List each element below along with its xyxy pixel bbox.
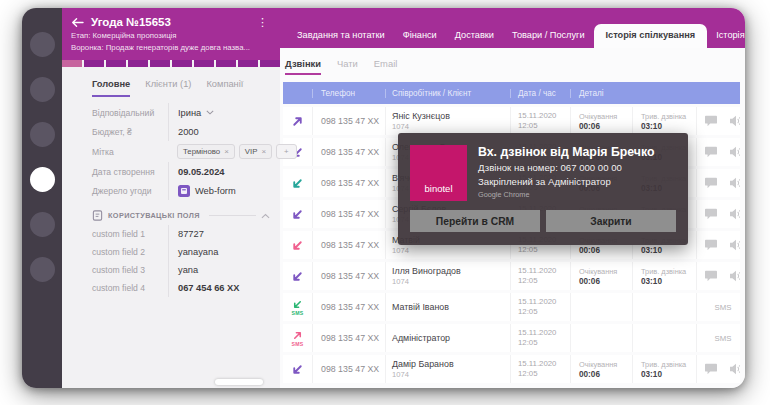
custom-field-label: custom field 2 [92,247,168,257]
custom-fields-section-header[interactable]: КОРИСТУВАЦЬКІ ПОЛЯ [92,210,270,221]
speaker-icon[interactable] [729,363,741,375]
call-notification: binotel Вх. дзвінок від Марія Бречко Дзв… [398,133,688,245]
go-to-crm-button[interactable]: Перейти в CRM [410,210,540,232]
custom-fields-title: КОРИСТУВАЦЬКІ ПОЛЯ [108,211,200,220]
close-notification-button[interactable]: Закрити [546,210,676,232]
kebab-menu-icon[interactable]: ⋮ [255,17,270,27]
custom-field-label: custom field 4 [92,283,168,293]
phone-number: 098 135 47 XX [312,355,385,383]
contact-name: Ілля Виноградов [392,266,510,276]
comment-icon[interactable] [704,239,718,251]
speaker-icon[interactable] [729,115,741,127]
budget-field[interactable]: 2000 [178,127,199,137]
tab-history[interactable]: Історія [707,24,745,48]
phone-number: 098 135 47 XX [312,138,385,166]
outgoing-sms-icon: SMS [292,330,304,347]
col-person: Співробітник / Клієнт [385,89,510,98]
tab-companies[interactable]: Компанії [206,79,243,97]
created-label: Дата створення [92,167,168,177]
table-header: Телефон Співробітник / Клієнт Дата / час… [283,82,740,104]
custom-field-value[interactable]: yanayana [178,247,218,257]
contact-name: Матвій Іванов [392,302,510,312]
phone-number: 098 135 47 XX [312,231,385,259]
rail-item-1[interactable] [30,32,55,57]
speaker-icon[interactable] [729,239,741,251]
custom-field-value[interactable]: 87727 [178,229,204,239]
notification-title: Вх. дзвінок від Марія Бречко [478,145,654,160]
incoming-call-icon [291,177,304,190]
speaker-icon[interactable] [729,146,741,158]
incoming-call-icon [291,363,304,376]
deal-title: Угода №15653 [91,16,248,28]
rail-item-6[interactable] [30,257,55,282]
remove-tag-icon[interactable]: × [224,147,229,156]
comment-icon[interactable] [704,177,718,189]
tab-deliveries[interactable]: Доставки [446,24,503,48]
rail-item-3[interactable] [30,122,55,147]
deal-tabs: Головне Клієнти (1) Компанії [62,67,280,97]
comment-icon[interactable] [704,208,718,220]
notification-number: Дзвінок на номер: 067 000 00 00 [478,162,654,174]
remove-tag-icon[interactable]: × [261,147,266,156]
custom-field-value[interactable]: yana [178,265,198,275]
stage-progress-bar[interactable] [62,60,280,67]
custom-field-label: custom field 1 [92,229,168,239]
main-tabbar: Завдання та нотатки Фінанси Доставки Тов… [280,8,745,48]
tab-tasks-notes[interactable]: Завдання та нотатки [288,24,394,48]
incoming-sms-icon: SMS [292,299,304,316]
budget-label: Бюджет, ₴ [92,127,168,137]
rail-item-5[interactable] [30,212,55,237]
horizontal-scrollbar[interactable] [215,379,263,385]
binotel-logo: binotel [410,145,467,201]
tag-chip[interactable]: VIP× [239,144,272,159]
phone-number: 098 135 47 XX [312,324,385,352]
back-icon[interactable] [71,17,84,28]
speaker-icon[interactable] [729,208,741,220]
chevron-down-icon [206,110,214,115]
communication-subtabs: Дзвінки Чати Email [280,48,745,75]
deal-header: Угода №15653 ⋮ Етап: Комерційна пропозиц… [62,8,280,60]
tab-finance[interactable]: Фінанси [394,24,446,48]
comment-icon[interactable] [704,270,718,282]
add-tag-button[interactable]: + [276,144,297,159]
call-row[interactable]: 098 135 47 XX Дамір Баранов1074 15.11.20… [283,355,740,383]
phone-number: 098 135 47 XX [312,262,385,290]
comment-icon[interactable] [704,363,718,375]
custom-field-value[interactable]: 067 454 66 XX [178,283,240,293]
phone-number: 098 135 47 XX [312,200,385,228]
sms-label: SMS [715,303,732,312]
incoming-call-icon [291,208,304,221]
phone-number: 098 135 47 XX [312,169,385,197]
tab-clients[interactable]: Клієнти (1) [145,79,191,97]
deal-stage: Етап: Комерційна пропозиція [71,31,270,40]
subtab-calls[interactable]: Дзвінки [285,58,321,75]
speaker-icon[interactable] [729,270,741,282]
rail-item-2[interactable] [30,77,55,102]
tab-products[interactable]: Товари / Послуги [503,24,594,48]
call-row[interactable]: 098 135 47 XX Яніс Кузнєцов1074 15.11.20… [283,107,740,135]
comment-icon[interactable] [704,115,718,127]
call-row[interactable]: 098 135 47 XX Ілля Виноградов1074 15.11.… [283,262,740,290]
tab-communication-history[interactable]: Історія спілкування [594,24,708,48]
sms-row[interactable]: SMS 098 135 47 XX Матвій Іванов 15.11.20… [283,293,740,321]
col-phone: Телефон [312,89,385,98]
source-value[interactable]: Web-form [178,185,236,197]
sms-row[interactable]: SMS 098 135 47 XX Адміністратор 15.11.20… [283,324,740,352]
tab-main[interactable]: Головне [92,79,130,97]
deal-form: Відповідальний Ірина Бюджет, ₴ 2000 Мітк… [62,97,280,297]
subtab-chats[interactable]: Чати [337,58,358,75]
chevron-up-icon[interactable] [261,213,270,219]
subtab-email[interactable]: Email [374,58,397,75]
deal-funnel: Воронка: Продаж генераторів дуже довга н… [71,43,270,52]
phone-number: 098 135 47 XX [312,107,385,135]
rail-item-4-active[interactable] [30,167,55,192]
contact-name: Адміністратор [392,333,510,343]
tag-chip[interactable]: Терміново× [177,144,235,159]
created-value[interactable]: 09.05.2024 [178,167,225,177]
left-rail [22,8,62,388]
responsible-select[interactable]: Ірина [178,108,214,118]
speaker-icon[interactable] [729,177,741,189]
phone-number: 098 135 47 XX [312,293,385,321]
comment-icon[interactable] [704,146,718,158]
deal-panel: Угода №15653 ⋮ Етап: Комерційна пропозиц… [62,8,280,388]
